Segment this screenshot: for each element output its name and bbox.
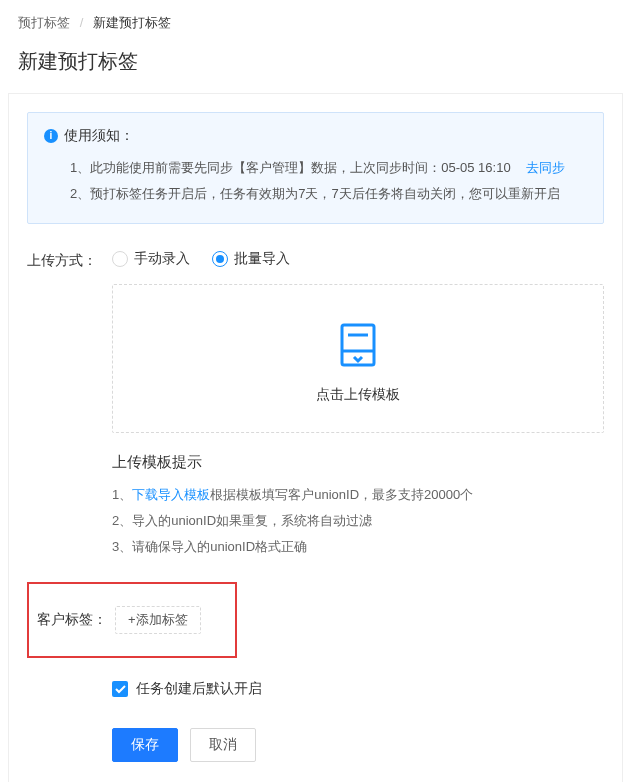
notice-title: i 使用须知： (44, 127, 587, 145)
notice-item-2: 2、预打标签任务开启后，任务有效期为7天，7天后任务将自动关闭，您可以重新开启 (70, 181, 587, 207)
auto-enable-row: 任务创建后默认开启 (112, 680, 604, 698)
sync-time: 05-05 16:10 (441, 160, 510, 175)
download-template-link[interactable]: 下载导入模板 (132, 487, 210, 502)
cancel-button[interactable]: 取消 (190, 728, 256, 762)
breadcrumb-sep: / (80, 15, 84, 30)
radio-circle-icon (212, 251, 228, 267)
tips-box: 上传模板提示 1、下载导入模板根据模板填写客户unionID，最多支持20000… (112, 453, 604, 560)
add-tag-button[interactable]: +添加标签 (115, 606, 201, 634)
upload-file-icon (334, 321, 382, 372)
customer-tag-section: 客户标签： +添加标签 (27, 582, 237, 658)
notice-box: i 使用须知： 1、此功能使用前需要先同步【客户管理】数据，上次同步时间：05-… (27, 112, 604, 224)
tips-item-2: 2、导入的unionID如果重复，系统将自动过滤 (112, 508, 604, 534)
page-title: 新建预打标签 (0, 46, 631, 93)
radio-batch[interactable]: 批量导入 (212, 250, 290, 268)
notice-title-text: 使用须知： (64, 127, 134, 145)
radio-manual[interactable]: 手动录入 (112, 250, 190, 268)
form-panel: i 使用须知： 1、此功能使用前需要先同步【客户管理】数据，上次同步时间：05-… (8, 93, 623, 782)
upload-method-radio-group: 手动录入 批量导入 (112, 250, 604, 268)
customer-tag-label: 客户标签： (37, 611, 107, 629)
sync-link[interactable]: 去同步 (526, 160, 565, 175)
radio-batch-label: 批量导入 (234, 250, 290, 268)
upload-text: 点击上传模板 (133, 386, 583, 404)
auto-enable-label: 任务创建后默认开启 (136, 680, 262, 698)
tips-item-1: 1、下载导入模板根据模板填写客户unionID，最多支持20000个 (112, 482, 604, 508)
notice-item-1: 1、此功能使用前需要先同步【客户管理】数据，上次同步时间：05-05 16:10… (70, 155, 587, 181)
radio-circle-icon (112, 251, 128, 267)
tips-item-1-num: 1、 (112, 487, 132, 502)
checkbox-checked-icon[interactable] (112, 681, 128, 697)
upload-method-label: 上传方式： (27, 250, 112, 270)
save-button[interactable]: 保存 (112, 728, 178, 762)
radio-manual-label: 手动录入 (134, 250, 190, 268)
notice-item-1-prefix: 1、此功能使用前需要先同步【客户管理】数据，上次同步时间： (70, 160, 441, 175)
breadcrumb-parent[interactable]: 预打标签 (18, 15, 70, 30)
tips-title: 上传模板提示 (112, 453, 604, 472)
tips-item-3: 3、请确保导入的unionID格式正确 (112, 534, 604, 560)
tips-item-1-suffix: 根据模板填写客户unionID，最多支持20000个 (210, 487, 473, 502)
upload-box[interactable]: 点击上传模板 (112, 284, 604, 433)
breadcrumb: 预打标签 / 新建预打标签 (0, 0, 631, 46)
breadcrumb-current: 新建预打标签 (93, 15, 171, 30)
info-icon: i (44, 129, 58, 143)
